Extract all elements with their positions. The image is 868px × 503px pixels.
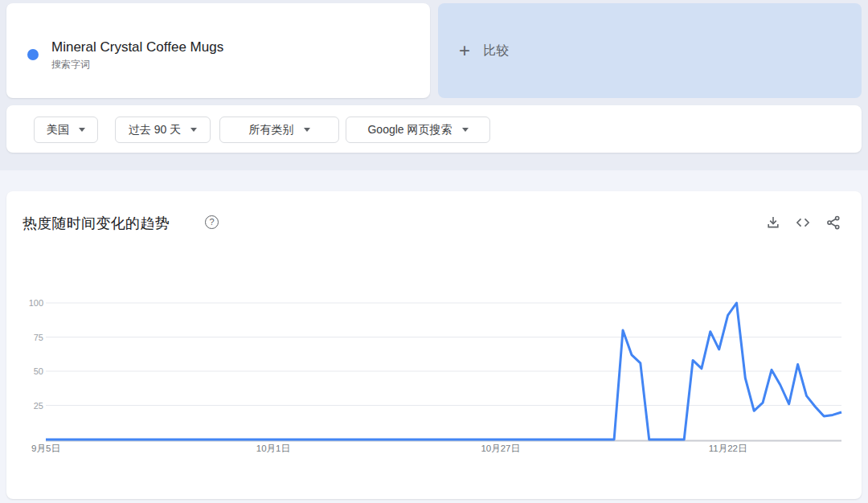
y-tick-label: 25 <box>34 401 43 411</box>
trend-line-chart[interactable]: 1007550259月5日10月1日10月27日11月22日 <box>6 273 862 482</box>
download-icon <box>765 215 781 231</box>
filter-geo-dropdown[interactable]: 美国 <box>34 117 98 143</box>
filter-bar: 美国 过去 90 天 所有类别 Google 网页搜索 <box>6 105 862 153</box>
y-tick-label: 100 <box>29 298 43 308</box>
filter-category-label: 所有类别 <box>249 123 294 137</box>
search-term-type-label: 搜索字词 <box>51 59 223 71</box>
trend-card-title: 热度随时间变化的趋势 <box>23 214 170 233</box>
share-button[interactable] <box>824 213 843 232</box>
filter-time-dropdown[interactable]: 过去 90 天 <box>115 117 211 143</box>
filter-category-dropdown[interactable]: 所有类别 <box>219 117 339 143</box>
add-comparison-card[interactable]: + 比较 <box>438 3 862 98</box>
filter-search-type-dropdown[interactable]: Google 网页搜索 <box>346 117 490 143</box>
caret-down-icon <box>304 128 310 132</box>
y-tick-label: 50 <box>34 366 43 376</box>
embed-icon <box>795 215 811 231</box>
filter-time-label: 过去 90 天 <box>129 123 181 137</box>
interest-over-time-card: 热度随时间变化的趋势 ? 1007550259月5日10月1日10月27日11月… <box>6 191 862 499</box>
x-tick-label: 9月5日 <box>31 444 60 453</box>
help-icon[interactable]: ? <box>205 215 219 229</box>
y-tick-label: 75 <box>34 333 43 342</box>
caret-down-icon <box>190 128 197 132</box>
caret-down-icon <box>79 128 85 132</box>
x-tick-label: 11月22日 <box>709 444 747 453</box>
plus-icon: + <box>459 41 470 60</box>
caret-down-icon <box>462 128 469 132</box>
compare-label: 比较 <box>483 43 509 59</box>
embed-button[interactable] <box>793 213 813 232</box>
series-color-dot-icon <box>27 49 39 60</box>
download-button[interactable] <box>764 213 783 232</box>
search-term-card[interactable]: Mineral Crystal Coffee Mugs 搜索字词 <box>6 3 430 98</box>
share-icon <box>825 215 841 231</box>
filter-search-type-label: Google 网页搜索 <box>367 123 452 137</box>
page-background: { "term_card": { "term": "Mineral Crysta… <box>0 0 868 503</box>
trend-card-header: 热度随时间变化的趋势 ? <box>6 191 862 243</box>
filter-geo-label: 美国 <box>47 123 69 137</box>
x-tick-label: 10月1日 <box>256 444 290 453</box>
search-term-title: Mineral Crystal Coffee Mugs <box>51 39 223 55</box>
x-tick-label: 10月27日 <box>481 444 520 453</box>
